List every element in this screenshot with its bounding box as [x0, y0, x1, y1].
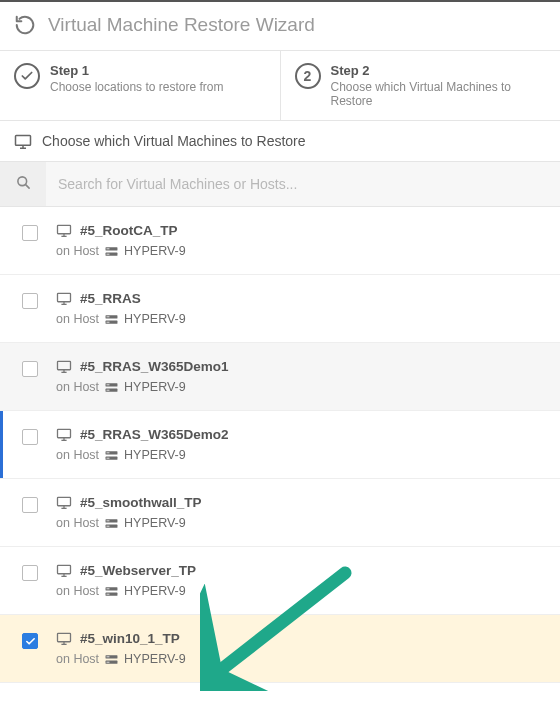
wizard-title: Virtual Machine Restore Wizard — [48, 14, 315, 36]
vm-checkbox[interactable] — [22, 429, 38, 445]
vm-title: #5_RRAS — [56, 291, 186, 306]
svg-rect-59 — [58, 633, 71, 641]
search-button[interactable] — [0, 162, 46, 206]
server-icon — [105, 586, 118, 597]
server-icon — [105, 314, 118, 325]
vm-checkbox[interactable] — [22, 565, 38, 581]
vm-row[interactable]: #5_RRASon HostHYPERV-9 — [0, 275, 560, 343]
vm-title: #5_RRAS_W365Demo2 — [56, 427, 229, 442]
vm-checkbox[interactable] — [22, 293, 38, 309]
vm-title: #5_win10_1_TP — [56, 631, 186, 646]
search-input[interactable] — [46, 162, 560, 206]
section-header: Choose which Virtual Machines to Restore — [0, 121, 560, 162]
vm-title: #5_Webserver_TP — [56, 563, 196, 578]
svg-rect-32 — [58, 429, 71, 437]
vm-name: #5_RRAS — [80, 291, 141, 306]
server-icon — [105, 450, 118, 461]
svg-rect-11 — [108, 248, 109, 249]
svg-rect-48 — [107, 525, 108, 526]
server-icon — [105, 246, 118, 257]
svg-rect-46 — [107, 520, 108, 521]
vm-checkbox[interactable] — [22, 633, 38, 649]
monitor-icon — [56, 292, 72, 305]
step-2-title: Step 2 — [331, 63, 547, 78]
vm-checkbox[interactable] — [22, 225, 38, 241]
step-1[interactable]: Step 1 Choose locations to restore from — [0, 51, 280, 120]
vm-row[interactable]: #5_win10_1_TPon HostHYPERV-9 — [0, 615, 560, 683]
vm-row[interactable]: #5_smoothwall_TPon HostHYPERV-9 — [0, 479, 560, 547]
restore-icon — [14, 14, 36, 36]
vm-name: #5_RRAS_W365Demo2 — [80, 427, 229, 442]
svg-rect-64 — [107, 656, 108, 657]
svg-rect-10 — [107, 248, 108, 249]
vm-host-prefix: on Host — [56, 380, 99, 394]
vm-host-name: HYPERV-9 — [124, 516, 186, 530]
svg-rect-20 — [108, 316, 109, 317]
svg-rect-66 — [107, 661, 108, 662]
step-1-desc: Choose locations to restore from — [50, 80, 223, 94]
search-bar — [0, 162, 560, 207]
svg-rect-67 — [108, 661, 109, 662]
vm-host-prefix: on Host — [56, 244, 99, 258]
svg-rect-56 — [108, 588, 109, 589]
server-icon — [105, 518, 118, 529]
vm-host-line: on HostHYPERV-9 — [56, 584, 196, 598]
svg-rect-14 — [58, 293, 71, 301]
vm-row[interactable]: #5_Webserver_TPon HostHYPERV-9 — [0, 547, 560, 615]
monitor-icon — [56, 360, 72, 373]
monitor-icon — [56, 428, 72, 441]
search-icon — [16, 175, 31, 194]
vm-name: #5_win10_1_TP — [80, 631, 180, 646]
server-icon — [105, 382, 118, 393]
svg-rect-0 — [16, 135, 31, 145]
vm-body: #5_RRAS_W365Demo2on HostHYPERV-9 — [56, 427, 229, 462]
svg-rect-38 — [108, 452, 109, 453]
server-icon — [105, 654, 118, 665]
vm-name: #5_smoothwall_TP — [80, 495, 202, 510]
monitor-icon — [56, 632, 72, 645]
svg-rect-21 — [107, 321, 108, 322]
vm-row[interactable]: #5_RRAS_W365Demo1on HostHYPERV-9 — [0, 343, 560, 411]
vm-host-name: HYPERV-9 — [124, 312, 186, 326]
vm-checkbox[interactable] — [22, 361, 38, 377]
vm-body: #5_RRASon HostHYPERV-9 — [56, 291, 186, 326]
vm-body: #5_win10_1_TPon HostHYPERV-9 — [56, 631, 186, 666]
vm-host-line: on HostHYPERV-9 — [56, 448, 229, 462]
vm-host-prefix: on Host — [56, 516, 99, 530]
vm-host-name: HYPERV-9 — [124, 448, 186, 462]
vm-host-name: HYPERV-9 — [124, 244, 186, 258]
vm-host-name: HYPERV-9 — [124, 380, 186, 394]
vm-name: #5_RootCA_TP — [80, 223, 178, 238]
svg-rect-12 — [107, 253, 108, 254]
step-1-indicator — [14, 63, 40, 89]
svg-rect-28 — [107, 384, 108, 385]
vm-host-name: HYPERV-9 — [124, 652, 186, 666]
step-1-title: Step 1 — [50, 63, 223, 78]
step-2[interactable]: 2 Step 2 Choose which Virtual Machines t… — [280, 51, 561, 120]
vm-host-prefix: on Host — [56, 312, 99, 326]
svg-rect-41 — [58, 497, 71, 505]
svg-rect-30 — [107, 389, 108, 390]
vm-body: #5_RootCA_TPon HostHYPERV-9 — [56, 223, 186, 258]
vm-host-line: on HostHYPERV-9 — [56, 516, 202, 530]
svg-rect-58 — [108, 593, 109, 594]
svg-rect-29 — [108, 384, 109, 385]
svg-rect-55 — [107, 588, 108, 589]
vm-title: #5_smoothwall_TP — [56, 495, 202, 510]
svg-rect-65 — [108, 656, 109, 657]
vm-host-line: on HostHYPERV-9 — [56, 312, 186, 326]
vm-host-name: HYPERV-9 — [124, 584, 186, 598]
monitor-icon — [56, 496, 72, 509]
vm-row[interactable]: #5_RRAS_W365Demo2on HostHYPERV-9 — [0, 411, 560, 479]
svg-rect-49 — [108, 525, 109, 526]
svg-rect-40 — [108, 457, 109, 458]
svg-rect-57 — [107, 593, 108, 594]
svg-line-4 — [25, 184, 29, 188]
svg-rect-39 — [107, 457, 108, 458]
vm-list: #5_RootCA_TPon HostHYPERV-9#5_RRASon Hos… — [0, 207, 560, 683]
vm-row[interactable]: #5_RootCA_TPon HostHYPERV-9 — [0, 207, 560, 275]
section-title: Choose which Virtual Machines to Restore — [42, 133, 306, 149]
vm-checkbox[interactable] — [22, 497, 38, 513]
vm-host-line: on HostHYPERV-9 — [56, 244, 186, 258]
svg-rect-19 — [107, 316, 108, 317]
